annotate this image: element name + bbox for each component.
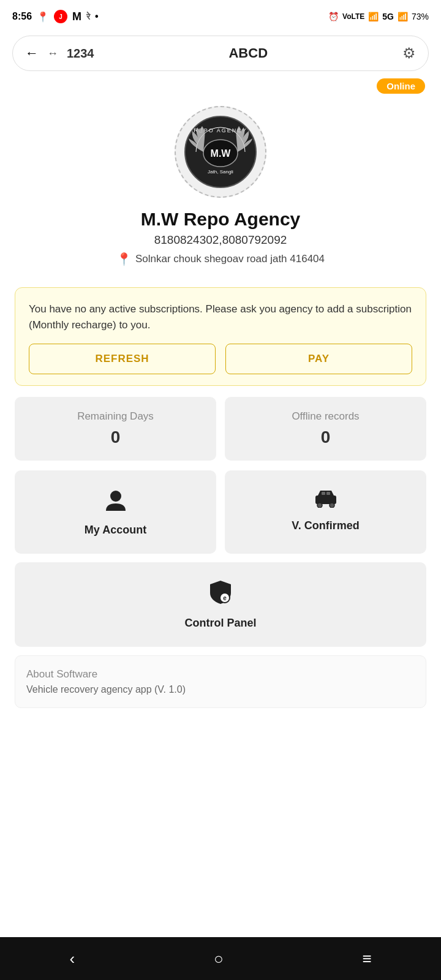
volte-label: VoLTE xyxy=(342,12,364,21)
control-panel-label: Control Panel xyxy=(184,617,256,630)
offline-records-value: 0 xyxy=(235,428,417,447)
svg-point-5 xyxy=(110,491,121,502)
address-text: Solnkar chouk shegoav road jath 416404 xyxy=(135,253,325,265)
bottom-nav: ‹ ○ ≡ xyxy=(0,937,441,980)
location-icon: 📍 xyxy=(116,252,132,266)
jio-badge: J xyxy=(54,10,67,23)
bottom-menu-button[interactable]: ≡ xyxy=(344,943,390,974)
nav-title: ABCD xyxy=(103,45,394,61)
battery-label: 73% xyxy=(412,12,429,21)
bottom-home-button[interactable]: ○ xyxy=(195,943,242,974)
svg-text:M.W: M.W xyxy=(211,148,232,159)
remaining-days-label: Remaining Days xyxy=(24,410,206,423)
svg-text:e: e xyxy=(223,595,227,601)
v-confirmed-card[interactable]: V. Confirmed xyxy=(225,470,426,554)
my-account-label: My Account xyxy=(85,524,146,537)
car-icon xyxy=(313,488,339,513)
svg-point-8 xyxy=(330,503,334,508)
agency-phone: 8180824302,8080792092 xyxy=(154,233,287,247)
bottom-back-button[interactable]: ‹ xyxy=(51,943,93,974)
agency-logo: M.W REPO AGENCY Jath, Sangli xyxy=(184,115,257,189)
stats-grid: Remaining Days 0 Offline records 0 xyxy=(15,397,426,461)
my-account-card[interactable]: My Account xyxy=(15,470,216,554)
time-label: 8:56 xyxy=(12,11,32,22)
dot-icon: • xyxy=(95,11,99,22)
online-row: Online xyxy=(0,76,441,94)
settings-icon[interactable]: ⚙ xyxy=(402,45,416,62)
pin-icon: 📍 xyxy=(37,11,49,23)
subscription-buttons: REFRESH PAY xyxy=(29,344,412,374)
avatar: M.W REPO AGENCY Jath, Sangli xyxy=(175,106,266,198)
back-button[interactable]: ← xyxy=(25,45,39,61)
svg-rect-10 xyxy=(326,492,330,495)
status-left: 8:56 📍 J M रे • xyxy=(12,10,99,23)
about-title: About Software xyxy=(26,668,415,680)
svg-rect-9 xyxy=(322,492,325,495)
svg-point-7 xyxy=(317,503,322,508)
gmail-icon: M xyxy=(72,10,81,23)
pay-button[interactable]: PAY xyxy=(225,344,412,374)
remaining-days-value: 0 xyxy=(24,428,206,447)
nav-bar: ← ↔ 1234 ABCD ⚙ xyxy=(12,36,429,71)
online-badge: Online xyxy=(377,78,425,94)
network-label: 5G xyxy=(382,12,394,21)
nav-id: 1234 xyxy=(67,47,94,61)
refresh-button[interactable]: REFRESH xyxy=(29,344,216,374)
agency-address: 📍 Solnkar chouk shegoav road jath 416404 xyxy=(116,252,325,266)
svg-text:Jath, Sangli: Jath, Sangli xyxy=(208,169,233,175)
about-subtitle: Vehicle recovery agency app (V. 1.0) xyxy=(26,684,415,695)
control-panel-card[interactable]: e Control Panel xyxy=(15,562,426,647)
profile-section: M.W REPO AGENCY Jath, Sangli M.W Repo Ag… xyxy=(0,94,441,276)
offline-records-card: Offline records 0 xyxy=(225,397,426,461)
about-section: About Software Vehicle recovery agency a… xyxy=(15,655,426,708)
subscription-box: You have no any active subscriptions. Pl… xyxy=(15,287,426,386)
subscription-message: You have no any active subscriptions. Pl… xyxy=(29,301,412,333)
wifi-icon: 📶 xyxy=(368,12,379,21)
offline-records-label: Offline records xyxy=(235,410,417,423)
forward-icon: ↔ xyxy=(47,47,58,60)
remaining-days-card: Remaining Days 0 xyxy=(15,397,216,461)
status-right: ⏰ VoLTE 📶 5G 📶 73% xyxy=(328,12,429,21)
signal-icon: 📶 xyxy=(398,12,408,21)
account-icon xyxy=(104,488,128,518)
menu-grid: My Account V. Confirmed xyxy=(15,470,426,554)
alarm-icon: ⏰ xyxy=(328,12,339,21)
agency-name: M.W Repo Agency xyxy=(141,209,301,230)
status-bar: 8:56 📍 J M रे • ⏰ VoLTE 📶 5G 📶 73% xyxy=(0,0,441,31)
re-icon: रे xyxy=(86,12,90,22)
v-confirmed-label: V. Confirmed xyxy=(292,519,359,532)
shield-admin-icon: e xyxy=(208,579,233,611)
